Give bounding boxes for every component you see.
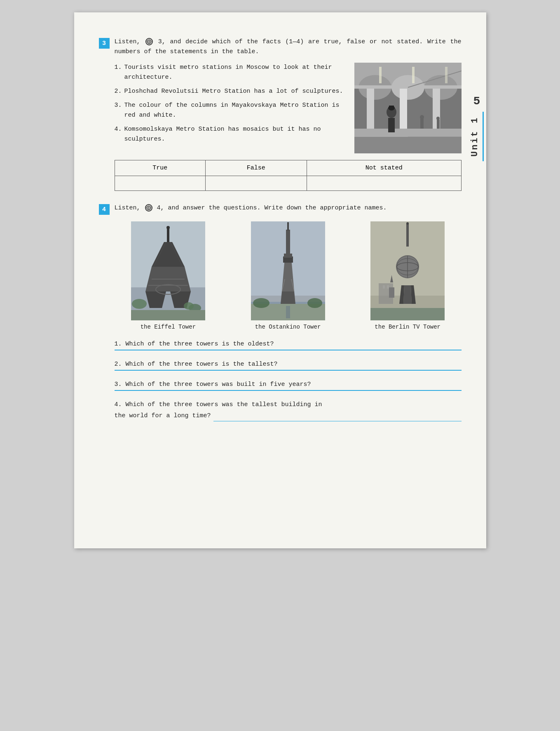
berlin-tower-item: the Berlin TV Tower (354, 221, 462, 330)
svg-rect-18 (389, 106, 394, 109)
svg-rect-21 (437, 120, 440, 129)
svg-rect-78 (387, 285, 389, 289)
svg-marker-66 (403, 285, 412, 304)
svg-rect-13 (354, 129, 462, 137)
svg-rect-58 (287, 222, 289, 230)
question-3: 3. Which of the three towers was built i… (115, 379, 462, 391)
eiffel-tower-image (131, 221, 205, 320)
true-false-table: True False Not stated (115, 160, 462, 191)
fact-3: 3. The colour of the columns in Mayakovs… (115, 101, 346, 120)
svg-rect-38 (167, 228, 169, 242)
berlin-label: the Berlin TV Tower (375, 324, 441, 330)
fact-2: 2. Ploshchad Revolutsii Metro Station ha… (115, 87, 346, 96)
section-4-instruction: Listen, 4, and answer the questions. Wri… (115, 203, 387, 213)
svg-point-45 (132, 299, 147, 309)
false-answer-cell[interactable] (205, 176, 307, 191)
section-3-header: 3 Listen, 3, and decide which of the fac… (99, 37, 462, 57)
section-4: 4 Listen, 4, and answer the questions. W… (99, 203, 462, 421)
facts-list: 1. Tourists visit metro stations in Mosc… (115, 63, 346, 153)
question-2-text: 2. Which of the three towers is the tall… (115, 359, 462, 370)
svg-point-47 (184, 302, 194, 310)
question-1-text: 1. Which of the three towers is the olde… (115, 338, 462, 350)
svg-rect-16 (388, 118, 395, 132)
svg-point-75 (406, 222, 409, 225)
question-4-line2: the world for a long time? (115, 410, 211, 421)
svg-rect-57 (284, 254, 292, 258)
ostankino-tower-item: the Ostankino Tower (234, 221, 342, 330)
question-2-answer-line[interactable] (115, 370, 462, 371)
ostankino-label: the Ostankino Tower (255, 324, 321, 330)
svg-point-61 (307, 298, 322, 308)
svg-rect-26 (412, 67, 415, 83)
true-answer-cell[interactable] (115, 176, 205, 191)
svg-rect-27 (445, 67, 448, 83)
towers-row: the Eiffel Tower (115, 221, 462, 330)
table-header-not-stated: Not stated (307, 160, 461, 176)
section-3-instruction: Listen, 3, and decide which of the facts… (115, 37, 462, 57)
question-1-answer-line[interactable] (115, 350, 462, 350)
side-tab: 5 Unit 1 (468, 95, 486, 161)
table-header-false: False (205, 160, 307, 176)
svg-rect-77 (383, 285, 385, 289)
questions-section: 1. Which of the three towers is the olde… (115, 338, 462, 421)
section-4-header: 4 Listen, 4, and answer the questions. W… (99, 203, 462, 215)
question-4-text: 4. Which of the three towers was the tal… (115, 399, 462, 410)
section-4-number: 4 (99, 204, 110, 215)
section-3-number: 3 (99, 38, 110, 49)
berlin-tower-image (370, 221, 445, 320)
svg-rect-48 (131, 310, 205, 320)
svg-rect-80 (389, 287, 394, 298)
page: 5 Unit 1 3 Listen, 3, and decide which o… (74, 12, 486, 548)
unit-number: 5 (473, 95, 480, 108)
fact-1: 1. Tourists visit metro stations in Mosc… (115, 63, 346, 82)
svg-point-60 (253, 298, 269, 308)
svg-rect-74 (406, 223, 409, 247)
svg-point-20 (420, 115, 424, 119)
svg-rect-59 (286, 306, 290, 318)
table-header-true: True (115, 160, 205, 176)
svg-point-22 (436, 117, 440, 120)
question-3-text: 3. Which of the three towers was built i… (115, 379, 462, 390)
question-1: 1. Which of the three towers is the olde… (115, 338, 462, 350)
svg-marker-53 (281, 291, 295, 304)
question-4-answer-line[interactable] (213, 418, 462, 421)
svg-rect-25 (379, 67, 382, 83)
eiffel-label: the Eiffel Tower (141, 324, 196, 330)
svg-rect-19 (420, 118, 424, 129)
question-3-answer-line[interactable] (115, 390, 462, 391)
fact-4: 4. Komsomolskaya Metro Station has mosai… (115, 125, 346, 144)
section-3-body: 1. Tourists visit metro stations in Mosc… (115, 63, 462, 153)
ostankino-tower-image (251, 221, 325, 320)
question-2: 2. Which of the three towers is the tall… (115, 359, 462, 371)
eiffel-tower-item: the Eiffel Tower (115, 221, 222, 330)
not-stated-answer-cell[interactable] (307, 176, 461, 191)
metro-image (354, 63, 462, 153)
svg-point-39 (166, 226, 170, 229)
svg-rect-12 (354, 137, 462, 153)
question-4: 4. Which of the three towers was the tal… (115, 399, 462, 421)
section-3: 3 Listen, 3, and decide which of the fac… (99, 37, 462, 191)
unit-label: Unit 1 (470, 112, 484, 161)
svg-rect-81 (370, 308, 445, 320)
